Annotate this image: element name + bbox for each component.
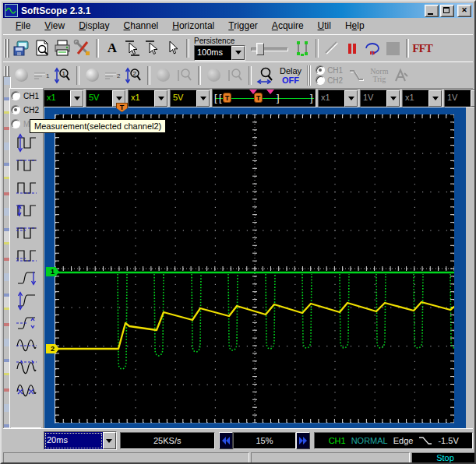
- bracket-icon: ]: [277, 91, 280, 104]
- dropdown-arrow-icon[interactable]: [154, 90, 167, 107]
- meas-midlevel-button[interactable]: [12, 311, 41, 334]
- scope-display[interactable]: [55, 114, 454, 424]
- persistence-select[interactable]: 100ms: [194, 45, 245, 61]
- menu-bar: File View Display Channel Horizontal Tri…: [3, 18, 473, 33]
- trigger-position-widget[interactable]: [ [ T T ] ]: [212, 89, 316, 107]
- timebase-select[interactable]: 20ms: [44, 431, 117, 450]
- horizontal-zoom-button[interactable]: [256, 66, 275, 85]
- ch2-volts-select[interactable]: 5V: [170, 90, 210, 107]
- text-tool-icon: A: [108, 40, 117, 56]
- cursor-track-button[interactable]: [122, 38, 143, 58]
- channel-radio-ch2[interactable]: CH2: [11, 103, 42, 117]
- run-continuous-button[interactable]: [362, 38, 383, 58]
- falling-slope-icon: [418, 436, 432, 445]
- meas-mean-button[interactable]: [12, 334, 41, 357]
- print-button[interactable]: [52, 38, 72, 58]
- scroll-left-button[interactable]: [219, 432, 233, 449]
- pointer-button[interactable]: [163, 38, 183, 58]
- cursors-button[interactable]: [292, 38, 312, 58]
- ch2-vertical-zoom-button[interactable]: 2: [124, 67, 143, 84]
- ch1-position-knob[interactable]: [15, 69, 28, 82]
- toolbar-separator: [316, 39, 319, 58]
- menu-horizontal[interactable]: Horizontal: [165, 19, 221, 33]
- channel-radio-ch1[interactable]: CH1: [11, 89, 42, 103]
- status-cell: [251, 452, 410, 464]
- trigger-t-marker[interactable]: T: [223, 93, 231, 103]
- close-button[interactable]: ✕: [457, 5, 471, 17]
- ch1-vertical-zoom-button[interactable]: 1: [53, 67, 72, 84]
- status-bar: Stop: [3, 452, 473, 464]
- acquisition-state: Stop: [411, 452, 476, 464]
- stop-acquisition-button[interactable]: [383, 38, 403, 58]
- trigger-channel: CH1: [329, 436, 346, 445]
- delay-toggle[interactable]: Delay OFF: [280, 66, 301, 85]
- meas-vmax-button[interactable]: [12, 221, 41, 244]
- menu-help[interactable]: Help: [338, 19, 372, 33]
- meas-peaks-button[interactable]: [12, 357, 41, 379]
- meas-vbase-button[interactable]: [12, 176, 41, 199]
- waveform-plot: [55, 114, 454, 423]
- toolbar-separator: [147, 66, 150, 85]
- slider-thumb[interactable]: [256, 43, 264, 55]
- single-sweep-button[interactable]: [322, 38, 342, 58]
- meas-mean-icon: [15, 335, 38, 357]
- dropdown-arrow-icon: [344, 90, 358, 107]
- meas-vtop-button[interactable]: [12, 153, 41, 176]
- bracket-icon: [: [219, 91, 222, 104]
- pause-button[interactable]: [342, 38, 362, 58]
- fft-button[interactable]: FFT: [412, 38, 432, 58]
- fft-icon: FFT: [412, 42, 432, 55]
- cursor-hbar-button[interactable]: [143, 38, 163, 58]
- save-button[interactable]: [12, 38, 32, 58]
- maximize-button[interactable]: [440, 5, 454, 17]
- single-sweep-icon: [323, 39, 341, 58]
- trigger-source-ch1[interactable]: CH1: [316, 65, 343, 75]
- pink-marker-icon[interactable]: [266, 90, 274, 98]
- ch2-slider-icon[interactable]: 2: [104, 69, 121, 82]
- meas-vmax-icon: [15, 222, 38, 244]
- app-window: SoftScope 2.3.1 ✕ File View Display Chan…: [0, 0, 476, 464]
- menu-util[interactable]: Util: [311, 19, 338, 33]
- meas-vamp-button[interactable]: [12, 199, 41, 221]
- trigger-source-ch2[interactable]: CH2: [316, 76, 343, 85]
- ch1-probe-select[interactable]: x1: [44, 90, 84, 107]
- meas-crossing-button[interactable]: [12, 379, 41, 402]
- menu-acquire[interactable]: Acquire: [265, 19, 311, 33]
- scroll-right-button[interactable]: [296, 432, 310, 449]
- dropdown-arrow-icon[interactable]: [231, 46, 245, 60]
- pause-icon: [343, 39, 361, 58]
- trigger-source-group: CH1 CH2: [316, 65, 343, 85]
- toolbar-separator: [76, 66, 79, 85]
- dropdown-arrow-icon[interactable]: [70, 90, 83, 107]
- tooltip: Measurement(selected channel2): [30, 119, 166, 133]
- pink-marker-icon[interactable]: [249, 90, 257, 98]
- menu-file[interactable]: File: [9, 19, 37, 33]
- meas-vpp-button[interactable]: [12, 131, 41, 153]
- pointer-icon: [164, 39, 182, 58]
- menu-channel[interactable]: Channel: [117, 19, 166, 33]
- menu-display[interactable]: Display: [72, 19, 116, 33]
- menu-view[interactable]: View: [37, 19, 72, 33]
- falling-edge-icon: [347, 68, 365, 83]
- toolbar-gripper[interactable]: [4, 39, 9, 58]
- meas-vmin-icon: [15, 244, 38, 266]
- text-annotation-button[interactable]: A: [102, 38, 122, 58]
- acquisition-bar: 20ms 25KS/s 15% CH1 NORMAL Edge -1.5V: [3, 428, 473, 452]
- double-chevron-left-icon: [221, 436, 231, 445]
- meas-falltime-button[interactable]: [12, 266, 41, 289]
- meas-vmin-button[interactable]: [12, 244, 41, 266]
- dropdown-arrow-icon[interactable]: [103, 432, 116, 449]
- minimize-button[interactable]: [425, 5, 439, 17]
- meas-risetime-button[interactable]: [12, 289, 41, 311]
- persistence-slider[interactable]: [249, 40, 290, 56]
- ch2-probe-select[interactable]: x1: [128, 90, 168, 107]
- ch1-slider-icon[interactable]: 1: [33, 69, 50, 82]
- cursors-icon: [293, 39, 312, 58]
- settings-tools-button[interactable]: [72, 38, 93, 58]
- ch2-position-knob[interactable]: [86, 69, 99, 82]
- dropdown-arrow-icon[interactable]: [196, 90, 210, 107]
- print-preview-button[interactable]: [32, 38, 52, 58]
- auto-trigger-button: [393, 67, 410, 84]
- menu-trigger[interactable]: Trigger: [221, 19, 265, 33]
- svg-text:1: 1: [46, 72, 50, 79]
